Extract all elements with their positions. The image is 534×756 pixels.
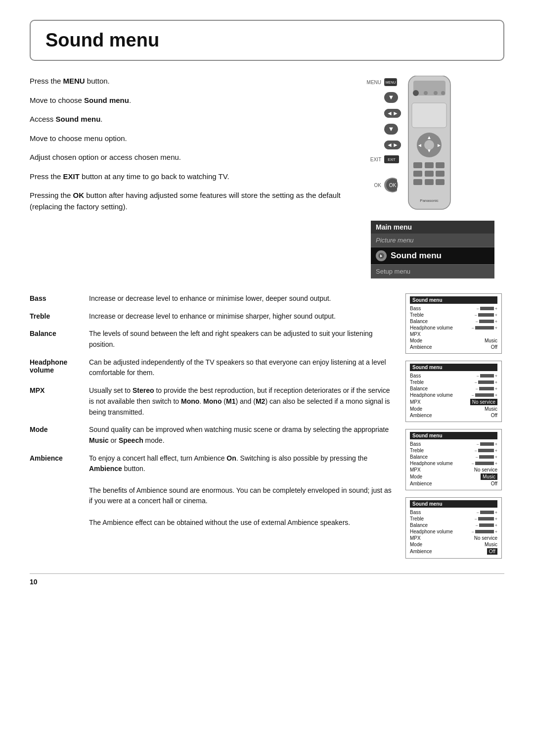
svg-text:OK: OK <box>389 183 397 188</box>
step7-bold: OK <box>73 191 85 199</box>
remote-steps-col: MENU MENU ▼ ◄► <box>363 76 401 194</box>
ok-button-icon: OK <box>384 178 398 192</box>
main-menu-display: Main menu Picture menu Sound menu Setup … <box>371 221 494 279</box>
sm4-mode-value: Music <box>485 542 497 547</box>
svg-text:▼: ▼ <box>427 148 432 153</box>
svg-text:◄: ◄ <box>417 142 422 148</box>
step6-rest: button at any time to go back to watchin… <box>80 172 229 181</box>
step-4: Move to choose menu option. <box>30 133 346 144</box>
ambience-pre: To enjoy a concert hall effect, turn Amb… <box>89 454 226 462</box>
treble-desc: Increase or decrease level to enhance or… <box>89 311 396 322</box>
mpx-bold4: M1 <box>226 397 235 405</box>
sm4-mpx: MPXNo service <box>410 535 497 541</box>
sm3-mode: ModeMusic <box>410 473 497 480</box>
remote-step-lr2: ◄► <box>363 141 401 149</box>
sm2-bass: Bass−+ <box>410 373 497 378</box>
ambience-bold1: On <box>226 454 236 462</box>
mode-bold1: Music <box>89 436 109 444</box>
feature-treble: Treble Increase or decrease level to enh… <box>30 311 396 322</box>
feature-balance: Balance The levels of sound between the … <box>30 329 396 350</box>
descriptions-section: Bass Increase or decrease level to enhan… <box>30 293 504 559</box>
main-menu-title: Main menu <box>376 223 412 231</box>
left-instructions: Press the MENU button. Move to choose So… <box>30 76 361 284</box>
headphone-desc: Can be adjusted independently of the TV … <box>89 357 396 378</box>
mpx-label: MPX <box>30 385 79 394</box>
ambience-label: Ambience <box>30 453 79 462</box>
sm3-headphone: Headphone volume−+ <box>410 461 497 466</box>
feature-bass: Bass Increase or decrease level to enhan… <box>30 293 396 304</box>
mpx-and: ) and ( <box>235 397 255 405</box>
treble-label: Treble <box>30 311 79 320</box>
remote-illustration: ▲ ▼ ◄ ► Panasonic <box>406 76 455 216</box>
ambience-rest1: . Switching is also possible by pressing… <box>236 454 367 462</box>
mpx-bold2: Mono <box>181 397 199 405</box>
nav-down2-icon: ▼ <box>384 124 398 135</box>
svg-rect-30 <box>425 179 434 185</box>
sm4-mode: ModeMusic <box>410 542 497 547</box>
remote-label-ok: OK <box>363 183 381 188</box>
remote-step-menu: MENU MENU <box>363 78 401 86</box>
headphone-label-line1: Headphone <box>30 358 67 366</box>
step2-bold: Sound menu <box>84 96 129 104</box>
features-list: Bass Increase or decrease level to enhan… <box>30 293 396 559</box>
sm2-mpx-value: No service <box>470 399 497 405</box>
sm2-mode-value: Music <box>485 406 497 412</box>
svg-text:▼: ▼ <box>388 94 395 101</box>
remote-step-nav-down: ▼ <box>363 92 401 103</box>
sm3-mpx-value: No service <box>474 467 497 472</box>
sound-menu-screen-3: Sound menu Bass−+ Treble−+ Balance−+ Hea… <box>405 429 502 490</box>
remote-step-ok: OK OK <box>363 178 401 192</box>
svg-point-35 <box>434 91 438 95</box>
step3-pre: Access <box>30 115 56 123</box>
svg-text:▼: ▼ <box>388 125 395 133</box>
sm1-headphone: Headphone volume −+ <box>410 325 497 331</box>
sm2-headphone: Headphone volume−+ <box>410 392 497 398</box>
left-right-nav2-icon: ◄► <box>384 141 401 149</box>
step7-pre: Pressing the <box>30 191 73 199</box>
ambience-rest2: button. <box>122 465 145 472</box>
svg-point-36 <box>441 91 445 95</box>
right-diagrams: MENU MENU ▼ ◄► <box>361 76 504 284</box>
sm1-title: Sound menu <box>410 296 497 304</box>
mpx-mid2: . <box>199 397 203 405</box>
sound-menu-icon <box>376 250 387 261</box>
sm1-ambience: AmbienceOff <box>410 344 497 350</box>
svg-rect-29 <box>413 179 422 185</box>
step2-rest: . <box>129 96 131 104</box>
mode-pre: Sound quality can be improved when watch… <box>89 425 389 433</box>
svg-rect-24 <box>425 162 434 168</box>
sm2-ambience: AmbienceOff <box>410 413 497 418</box>
feature-ambience: Ambience To enjoy a concert hall effect,… <box>30 453 396 528</box>
main-menu-header: Main menu <box>371 221 494 234</box>
sm4-ambience: AmbienceOff <box>410 548 497 555</box>
sm1-bass-bar: − + <box>476 306 497 311</box>
step-1: Press the MENU button. <box>30 76 346 87</box>
step1-bold: MENU <box>63 77 85 85</box>
sm4-headphone: Headphone volume−+ <box>410 529 497 534</box>
sm3-ambience-value: Off <box>491 481 497 486</box>
sound-menu-screen-1: Sound menu Bass − + Treble −+ Balance −+… <box>405 293 502 354</box>
mpx-bold3: Mono <box>203 397 222 405</box>
sm1-treble: Treble −+ <box>410 312 497 318</box>
step1-pre: Press the <box>30 77 63 85</box>
step-6: Press the EXIT button at any time to go … <box>30 171 346 183</box>
svg-text:◄►: ◄► <box>387 142 399 148</box>
step-5: Adjust chosen option or access chosen me… <box>30 152 346 163</box>
ambience-rest3: The benefits of Ambience sound are enorm… <box>89 486 392 505</box>
svg-point-33 <box>413 90 419 96</box>
feature-mpx: MPX Usually set to Stereo to provide the… <box>30 385 396 418</box>
mode-or: or <box>109 436 119 444</box>
remote-spacer <box>363 169 401 174</box>
step1-rest: button. <box>85 77 110 85</box>
mode-bold2: Speech <box>119 436 143 444</box>
sm2-balance: Balance−+ <box>410 386 497 391</box>
svg-text:▲: ▲ <box>427 135 432 140</box>
sm2-mpx: MPXNo service <box>410 399 497 405</box>
picture-menu-label: Picture menu <box>376 236 414 244</box>
menu-button-icon: MENU <box>384 78 397 86</box>
mpx-bold1: Stereo <box>133 386 154 394</box>
svg-rect-25 <box>436 162 445 168</box>
step3-rest: . <box>100 115 102 123</box>
left-right-nav-icon: ◄► <box>384 109 401 118</box>
balance-desc: The levels of sound between the left and… <box>89 329 396 350</box>
